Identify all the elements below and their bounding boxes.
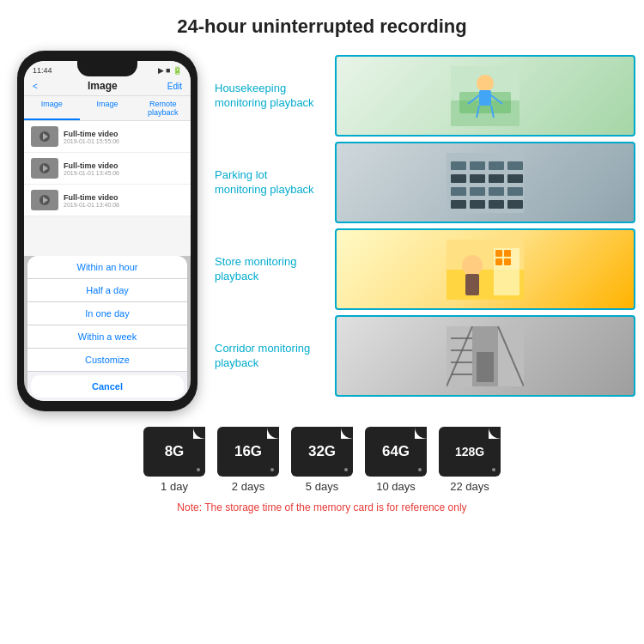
phone-video-list: Full-time video 2019-01-01 15:55:06 Full…: [24, 121, 191, 216]
sdcard-notch: [267, 427, 279, 439]
svg-point-3: [477, 75, 494, 92]
svg-rect-18: [451, 187, 466, 196]
phone-body: 11:44 ▶ ■ 🔋 < Image Edit Image Image Rem…: [17, 51, 197, 411]
phone-screen-title: Image: [88, 80, 118, 92]
arrow-icon: [335, 178, 337, 188]
note-text: Note: The storage time of the memory car…: [177, 501, 466, 513]
video-info-2: Full-time video 2019-01-01 13:45:06: [64, 161, 184, 176]
main-content: 11:44 ▶ ■ 🔋 < Image Edit Image Image Rem…: [0, 51, 644, 411]
svg-rect-32: [504, 258, 511, 265]
svg-rect-13: [507, 161, 523, 170]
svg-rect-21: [507, 187, 523, 196]
list-item[interactable]: Full-time video 2019-01-01 13:45:06: [24, 153, 191, 185]
svg-rect-29: [495, 250, 502, 257]
photo-placeholder-store: [337, 230, 634, 308]
monitoring-item-parking: Parking lotmonitoring playback: [215, 142, 635, 223]
monitoring-label-corridor: Corridor monitoringplayback: [215, 342, 326, 371]
video-thumb-3: [31, 190, 58, 210]
svg-rect-34: [465, 274, 479, 295]
dropdown-item-halfday[interactable]: Half a day: [27, 279, 187, 302]
monitoring-label-parking: Parking lotmonitoring playback: [215, 168, 326, 197]
dropdown-item-week[interactable]: Within a week: [27, 325, 187, 349]
arrow-icon: [335, 264, 337, 275]
sdcard-dot: [418, 468, 422, 471]
page-title: 24-hour uninterrupted recording: [0, 0, 644, 46]
sdcard-icon-8g: 8G: [143, 427, 205, 477]
video-info-1: Full-time video 2019-01-01 15:55:06: [64, 130, 184, 144]
sdcard-dot: [492, 468, 495, 471]
monitoring-section: Housekeepingmonitoring playback: [215, 51, 635, 411]
svg-rect-12: [489, 161, 504, 170]
play-icon-3: [39, 195, 50, 205]
svg-rect-25: [507, 200, 523, 209]
sdcard-capacity-8g: 8G: [165, 443, 185, 460]
sdcard-capacity-128g: 128G: [455, 445, 484, 459]
phone-tab-image[interactable]: Image: [24, 96, 80, 120]
phone-icons: ▶ ■ 🔋: [158, 66, 182, 75]
phone-back-button[interactable]: <: [33, 82, 38, 91]
video-title-2: Full-time video: [64, 161, 184, 170]
monitoring-photo-parking: [335, 142, 635, 223]
video-title-1: Full-time video: [64, 130, 184, 138]
monitoring-photo-housekeeping: [335, 55, 635, 137]
photo-placeholder-corridor: [337, 317, 634, 395]
phone-notch: [77, 61, 137, 76]
sdcard-capacity-16g: 16G: [234, 443, 262, 460]
monitoring-photo-store: [335, 228, 635, 310]
svg-rect-14: [451, 174, 466, 183]
sdcard-icon-128g: 128G: [439, 427, 501, 477]
sdcard-capacity-32g: 32G: [308, 443, 336, 460]
video-thumb-2: [31, 158, 58, 179]
sdcard-item-128g: 128G 22 days: [439, 427, 501, 493]
list-item[interactable]: Full-time video 2019-01-01 15:55:06: [24, 121, 191, 153]
video-info-3: Full-time video 2019-01-01 13:40:08: [64, 193, 184, 208]
svg-rect-30: [504, 250, 511, 257]
svg-rect-4: [479, 90, 491, 106]
list-item[interactable]: Full-time video 2019-01-01 13:40:08: [24, 185, 191, 216]
video-title-3: Full-time video: [64, 193, 184, 202]
play-icon-1: [39, 131, 50, 142]
svg-rect-16: [489, 174, 504, 183]
play-icon-2: [39, 163, 50, 173]
svg-rect-10: [451, 161, 466, 170]
sdcard-item-32g: 32G 5 days: [291, 427, 353, 493]
monitoring-item-store: Store monitoringplayback: [215, 228, 635, 310]
svg-point-33: [462, 255, 483, 276]
phone-dropdown-overlay: Within an hour Half a day In one day Wit…: [24, 256, 191, 401]
dropdown-item-oneday[interactable]: In one day: [27, 302, 187, 325]
sdcard-item-16g: 16G 2 days: [217, 427, 279, 493]
svg-rect-43: [477, 352, 494, 382]
video-thumb-1: [31, 126, 58, 147]
sdcard-item-8g: 8G 1 day: [143, 427, 205, 493]
svg-rect-15: [470, 174, 485, 183]
sdcard-icon-16g: 16G: [217, 427, 279, 477]
sdcard-dot: [270, 468, 274, 471]
phone-tab-remote[interactable]: Remote playback: [135, 96, 191, 120]
sdcard-capacity-64g: 64G: [382, 443, 410, 460]
phone-screen: 11:44 ▶ ■ 🔋 < Image Edit Image Image Rem…: [24, 61, 191, 401]
video-date-2: 2019-01-01 13:45:06: [64, 170, 184, 176]
phone-tabs: Image Image Remote playback: [24, 96, 191, 121]
dropdown-cancel-button[interactable]: Cancel: [31, 375, 184, 398]
dropdown-item-hour[interactable]: Within an hour: [27, 256, 187, 279]
monitoring-label-housekeeping: Housekeepingmonitoring playback: [215, 82, 326, 111]
svg-rect-19: [470, 187, 485, 196]
svg-rect-22: [451, 200, 466, 209]
phone-mockup: 11:44 ▶ ■ 🔋 < Image Edit Image Image Rem…: [9, 51, 206, 411]
arrow-icon: [335, 91, 337, 101]
photo-placeholder-housekeeping: [337, 57, 634, 135]
sdcard-icon-64g: 64G: [365, 427, 427, 477]
phone-edit-button[interactable]: Edit: [167, 82, 182, 91]
sdcard-item-64g: 64G 10 days: [365, 427, 427, 493]
dropdown-item-customize[interactable]: Customize: [27, 349, 187, 372]
sdcard-dot: [344, 468, 348, 471]
phone-tab-image2[interactable]: Image: [80, 96, 136, 120]
sdcard-notch: [193, 427, 205, 439]
svg-rect-17: [507, 174, 523, 183]
svg-rect-24: [489, 200, 504, 209]
sdcard-days-8g: 1 day: [161, 480, 188, 493]
monitoring-label-store: Store monitoringplayback: [215, 255, 326, 284]
sdcard-days-16g: 2 days: [232, 480, 264, 493]
svg-rect-20: [489, 187, 504, 196]
sdcard-dot: [197, 468, 200, 471]
